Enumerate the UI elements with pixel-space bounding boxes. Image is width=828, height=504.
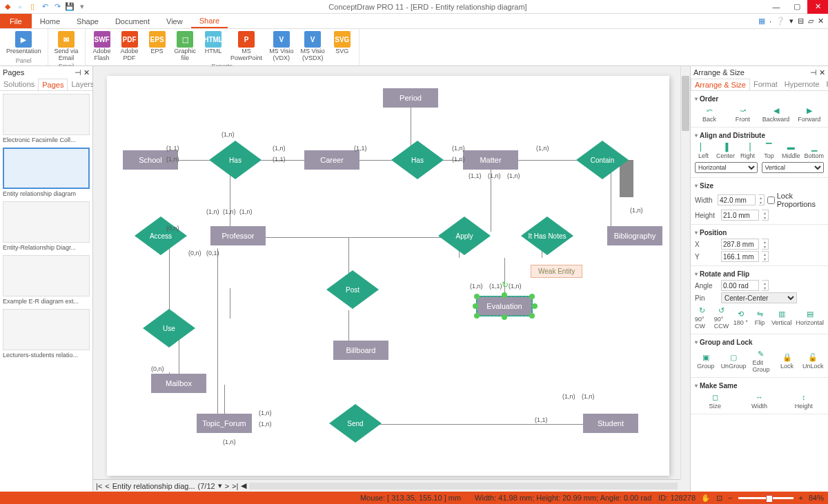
tab-nav-last[interactable]: >| bbox=[232, 482, 238, 490]
ribbon-ms-visio-(vsdx)[interactable]: VMS Visio(VSDX) bbox=[298, 30, 326, 63]
middle-button[interactable]: ▬Middle bbox=[782, 142, 800, 159]
ribbon-send-via-email[interactable]: ✉Send viaEmail bbox=[52, 30, 81, 63]
distribute-horizontal[interactable]: Horizontal bbox=[695, 162, 758, 173]
ribbon-graphic-file[interactable]: ⬚Graphicfile bbox=[172, 30, 199, 63]
ribbon-ms-visio-(vdx)[interactable]: VMS Visio(VDX) bbox=[267, 30, 295, 63]
open-icon[interactable]: ▯ bbox=[28, 2, 37, 12]
bottom-button[interactable]: ▁Bottom bbox=[804, 142, 824, 159]
backward-button[interactable]: ◀Backward bbox=[762, 105, 791, 123]
ribbon-adobe-pdf[interactable]: PDFAdobePDF bbox=[117, 30, 142, 63]
panel-close-icon[interactable]: ✕ bbox=[83, 68, 90, 77]
relationship-use[interactable]: Use bbox=[143, 309, 195, 347]
sheet-tab[interactable]: Entity relationship diag... bbox=[112, 482, 195, 490]
hand-icon[interactable]: ✋ bbox=[701, 494, 711, 503]
tab-hypernote[interactable]: Hypernote bbox=[781, 79, 823, 90]
tab-nav-first[interactable]: |< bbox=[96, 482, 102, 490]
position-header[interactable]: Position bbox=[695, 228, 824, 238]
file-menu[interactable]: File bbox=[0, 14, 32, 28]
relationship-access[interactable]: Access bbox=[135, 216, 187, 255]
menu-shape[interactable]: Shape bbox=[68, 14, 107, 28]
relationship-send[interactable]: Send bbox=[329, 404, 382, 443]
90--cw-button[interactable]: ↻90° CW bbox=[695, 305, 710, 330]
redo-icon[interactable]: ↷ bbox=[52, 2, 62, 12]
doc-close-icon[interactable]: ✕ bbox=[818, 17, 824, 26]
back-button[interactable]: ⤺Back bbox=[695, 105, 724, 123]
angle-input[interactable] bbox=[721, 280, 759, 291]
maximize-button[interactable]: ▢ bbox=[787, 0, 807, 14]
entity-career[interactable]: Career bbox=[304, 150, 359, 170]
group-button[interactable]: ▣Group bbox=[695, 352, 717, 370]
y-input[interactable] bbox=[721, 251, 759, 262]
tab-pages[interactable]: Pages bbox=[38, 79, 68, 90]
forward-button[interactable]: ▶Forward bbox=[795, 105, 824, 123]
makesame-header[interactable]: Make Same bbox=[695, 381, 824, 391]
tab-presentation[interactable]: Presentation bbox=[823, 79, 828, 90]
page-thumb[interactable]: Entity-Relationship Diagr... bbox=[3, 201, 90, 251]
panel-close-icon[interactable]: ✕ bbox=[819, 68, 825, 77]
top-button[interactable]: ▔Top bbox=[760, 142, 778, 159]
canvas-area[interactable]: PeriodSchoolCareerMatterProfessorBibliog… bbox=[93, 66, 690, 492]
vertical-button[interactable]: ▥Vertical bbox=[771, 309, 792, 326]
entity-billboard[interactable]: Billboard bbox=[333, 341, 388, 360]
entity-period[interactable]: Period bbox=[383, 88, 438, 108]
hscroll-left[interactable]: ◀ bbox=[241, 481, 246, 490]
help-icon[interactable]: ❔ bbox=[776, 17, 785, 26]
width-button[interactable]: ↔Width bbox=[739, 392, 779, 410]
ribbon-svg[interactable]: SVGSVG bbox=[330, 30, 355, 56]
menu-share[interactable]: Share bbox=[191, 14, 228, 28]
ribbon-html[interactable]: HTMLHTML bbox=[201, 30, 226, 56]
relationship-has[interactable]: Has bbox=[391, 141, 444, 179]
vertical-scrollbar[interactable] bbox=[680, 66, 690, 479]
ribbon-adobe-flash[interactable]: SWFAdobeFlash bbox=[90, 30, 115, 63]
tab-nav-prev[interactable]: < bbox=[105, 482, 109, 490]
horizontal-button[interactable]: ▤Horizontal bbox=[796, 309, 824, 326]
minimize-button[interactable]: — bbox=[766, 0, 787, 14]
rotate-handle-icon[interactable]: ↻ bbox=[502, 280, 509, 290]
qat-more-icon[interactable]: ▾ bbox=[77, 2, 87, 12]
tab-nav-next[interactable]: > bbox=[225, 482, 229, 490]
align-header[interactable]: Align and Distribute bbox=[695, 130, 824, 141]
entity-matter[interactable]: Matter bbox=[463, 150, 518, 170]
ribbon-eps[interactable]: EPSEPS bbox=[145, 30, 170, 56]
pin-icon[interactable]: ⊣ bbox=[75, 68, 81, 77]
lock-proportions-check[interactable] bbox=[767, 196, 775, 204]
pin-select[interactable]: Center-Center bbox=[721, 292, 797, 303]
relationship-apply[interactable]: Apply bbox=[438, 216, 491, 255]
relationship-post[interactable]: Post bbox=[326, 270, 379, 309]
undo-icon[interactable]: ↶ bbox=[40, 2, 50, 12]
order-header[interactable]: Order bbox=[695, 94, 824, 104]
page-thumb[interactable]: Electronic Facsimile Coll... bbox=[3, 94, 90, 143]
rotate-header[interactable]: Rotate and Flip bbox=[695, 269, 824, 279]
left-button[interactable]: ▏Left bbox=[695, 142, 712, 159]
tab-arrange-size[interactable]: Arrange & Size bbox=[691, 79, 750, 90]
entity-topic_forum[interactable]: Topic_Forum bbox=[197, 414, 252, 433]
grid-icon[interactable]: ▦ bbox=[758, 17, 765, 26]
scrollbar-thumb[interactable] bbox=[682, 76, 689, 131]
horizontal-scrollbar[interactable] bbox=[249, 483, 678, 490]
doc-max-icon[interactable]: ▱ bbox=[808, 17, 814, 26]
doc-min-icon[interactable]: ⊟ bbox=[798, 17, 804, 26]
zoom-out-icon[interactable]: − bbox=[728, 494, 732, 502]
zoom-fit-icon[interactable]: ⊡ bbox=[716, 494, 722, 503]
close-button[interactable]: ✕ bbox=[807, 0, 828, 14]
ribbon-presentation[interactable]: ▶Presentation bbox=[4, 30, 43, 56]
pin-icon[interactable]: ⊣ bbox=[810, 68, 817, 77]
right-button[interactable]: ▕Right bbox=[739, 142, 756, 159]
lock-button[interactable]: 🔒Lock bbox=[776, 352, 798, 370]
menu-document[interactable]: Document bbox=[107, 14, 158, 28]
page-thumb[interactable]: Entity relationship diagram bbox=[3, 148, 90, 197]
zoom-slider[interactable] bbox=[738, 497, 793, 499]
save-icon[interactable]: 💾 bbox=[65, 2, 75, 12]
selection-handle[interactable] bbox=[474, 313, 480, 319]
selection-handle[interactable] bbox=[532, 303, 538, 309]
size-button[interactable]: ◻Size bbox=[695, 392, 735, 410]
center-button[interactable]: ▐Center bbox=[716, 142, 735, 159]
size-header[interactable]: Size bbox=[695, 181, 824, 191]
edit-group-button[interactable]: ✎EditGroup bbox=[750, 349, 772, 373]
selection-handle[interactable] bbox=[474, 294, 480, 299]
tab-solutions[interactable]: Solutions bbox=[0, 79, 38, 90]
entity-mailbox[interactable]: Mailbox bbox=[151, 374, 206, 393]
entity-professor[interactable]: Professor bbox=[210, 226, 266, 245]
ungroup-button[interactable]: ▢UnGroup bbox=[721, 352, 747, 370]
entity-bibliography[interactable]: Bibliography bbox=[607, 226, 662, 245]
